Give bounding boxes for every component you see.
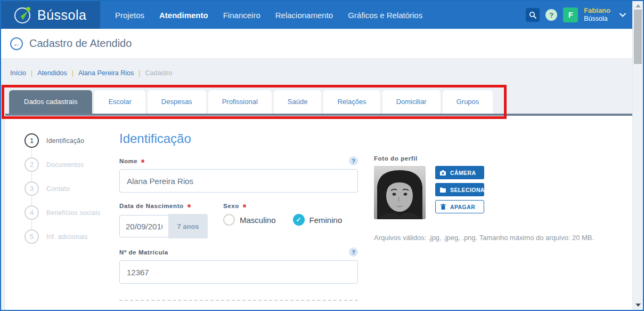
chevron-down-icon[interactable] [619,13,626,17]
breadcrumb-atendidos[interactable]: Atendidos [37,69,67,77]
user-menu[interactable]: Fabiano Bússola [584,7,610,22]
nome-help-icon[interactable]: ? [349,156,358,165]
topbar: Bússola Projetos Atendimento Financeiro … [1,1,632,29]
delete-photo-button[interactable]: APAGAR [435,200,484,213]
breadcrumb-person[interactable]: Alana Pereira Rios [78,69,134,77]
sexo-label: Sexo [223,203,246,209]
matricula-input[interactable] [119,260,358,284]
search-button[interactable] [526,8,540,22]
matricula-label: Nº de Matrícula [119,249,168,256]
nav-financeiro[interactable]: Financeiro [223,11,260,20]
nome-label: Nome [119,158,144,164]
content-area: Início|Atendidos|Alana Pereira Rios|Cada… [1,59,632,310]
breadcrumb: Início|Atendidos|Alana Pereira Rios|Cada… [1,59,632,78]
step-connector [31,172,32,181]
tab-profissional[interactable]: Profissional [208,90,272,114]
avatar[interactable]: F [563,7,578,22]
step-inf-adicionais[interactable]: 5 Inf. adicionais [25,229,119,244]
back-arrow-icon: ← [13,40,20,47]
nav-relacionamento[interactable]: Relacionamento [275,11,333,20]
form-card: 1 Identificação 2 Documentos 3 Contato [5,114,632,310]
camera-button[interactable]: CÂMERA [435,166,484,179]
radio-masculino-label[interactable]: Masculino [240,216,276,225]
step-number: 5 [25,229,39,244]
form-column: Identificação Nome ? Data de Nascimento [119,116,358,310]
breadcrumb-separator: | [134,69,145,77]
app-window: Bússola Projetos Atendimento Financeiro … [0,0,644,311]
step-number: 1 [25,133,39,148]
nascimento-label: Data de Nascimento [119,203,191,209]
profile-photo [374,166,426,219]
topbar-right: ? F Fabiano Bússola [526,7,632,22]
photo-section: Foto do perfil [374,116,594,310]
file-requirements-text: Arquivos válidos: .jpg, .jpeg, .png. Tam… [374,234,594,242]
select-file-button[interactable]: SELECIONAR [435,183,484,196]
radio-feminino-label[interactable]: Feminino [309,216,343,225]
radio-feminino[interactable]: ✓ [293,214,305,226]
search-icon [529,11,536,19]
tab-grupos[interactable]: Grupos [443,90,493,114]
step-connector [31,148,32,157]
required-marker [188,204,191,208]
sexo-group: Sexo Masculino ✓ Feminino [223,201,342,238]
nav-atendimento[interactable]: Atendimento [159,11,208,20]
step-label: Documentos [46,161,84,169]
page-header: ← Cadastro de Atendido [1,29,632,59]
photo-label: Foto do perfil [374,155,594,162]
tab-despesas[interactable]: Despesas [148,90,206,114]
step-connector [31,220,32,229]
breadcrumb-inicio[interactable]: Início [10,69,26,77]
check-icon: ✓ [296,216,301,224]
vertical-scrollbar [632,1,643,310]
page-title: Cadastro de Atendido [29,37,132,50]
logo-text: Bússola [37,7,86,23]
nome-input[interactable] [119,169,358,193]
main-nav: Projetos Atendimento Financeiro Relacion… [115,11,422,20]
nascimento-input[interactable] [119,215,168,237]
matricula-help-icon[interactable]: ? [349,248,358,257]
tab-bar: Dados cadastrais Escolar Despesas Profis… [1,90,632,114]
tab-saude[interactable]: Saúde [274,90,322,114]
main-column: Bússola Projetos Atendimento Financeiro … [1,1,632,310]
user-name: Fabiano [584,7,610,15]
step-label: Inf. adicionais [46,233,88,241]
folder-icon [440,187,446,193]
tab-escolar[interactable]: Escolar [94,90,145,114]
section-title: Identificação [119,131,358,146]
step-label: Contato [46,185,70,193]
required-marker [141,160,144,163]
scroll-down-arrow[interactable] [635,304,641,307]
breadcrumb-current: Cadastro [145,69,172,77]
step-number: 2 [25,157,39,172]
required-marker [243,204,246,208]
nascimento-group: Data de Nascimento 7 anos [119,201,208,238]
step-documentos[interactable]: 2 Documentos [25,157,119,172]
section-divider [119,300,358,301]
tab-dados-cadastrais[interactable]: Dados cadastrais [9,90,92,114]
user-org: Bússola [584,15,610,22]
logo[interactable]: Bússola [1,1,100,29]
nav-graficos-relatorios[interactable]: Gráficos e Relatórios [348,11,422,20]
camera-icon [440,170,446,176]
tab-relacoes[interactable]: Relações [323,90,380,114]
step-beneficios-sociais[interactable]: 4 Benefícios sociais [25,205,119,220]
help-icon[interactable]: ? [545,9,557,21]
breadcrumb-separator: | [26,69,37,77]
step-identificacao[interactable]: 1 Identificação [25,133,119,148]
step-contato[interactable]: 3 Contato [25,181,119,196]
age-badge: 7 anos [168,214,208,238]
back-button[interactable]: ← [10,37,23,50]
step-number: 4 [25,205,39,220]
radio-masculino[interactable] [223,214,235,226]
scroll-up-arrow[interactable] [635,4,641,7]
scrollbar-thumb[interactable] [634,10,642,64]
tab-domiciliar[interactable]: Domiciliar [382,90,441,114]
step-label: Identificação [46,137,84,145]
step-label: Benefícios sociais [46,209,100,217]
bussola-logo-icon [13,5,32,25]
trash-icon [441,204,446,210]
wizard-steps: 1 Identificação 2 Documentos 3 Contato [5,116,119,310]
nav-projetos[interactable]: Projetos [115,11,144,20]
breadcrumb-separator: | [67,69,78,77]
step-connector [31,196,32,205]
